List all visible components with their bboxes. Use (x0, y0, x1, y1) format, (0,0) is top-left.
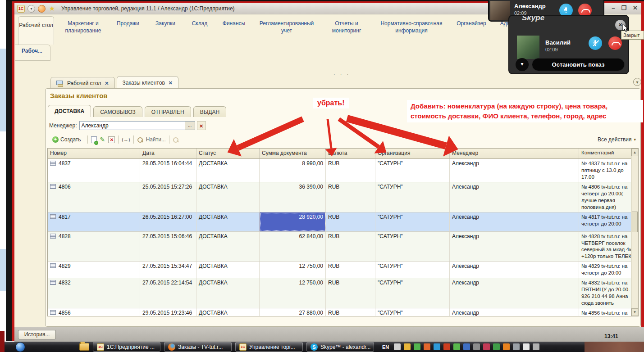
cell-date[interactable]: 27.05.2015 15:34:47 (140, 262, 196, 278)
copy-item-icon[interactable] (91, 136, 97, 143)
cell-comment[interactable]: № 4856 tv-tut.ru: на субботу до 18.00 АБ… (579, 308, 638, 316)
tab-desktop[interactable]: Рабочий стол ✕ (50, 77, 115, 89)
stop-sharing-button[interactable]: Остановить показ (532, 58, 625, 71)
favorites-star-icon[interactable]: ★ (48, 5, 56, 13)
mute-button-muted[interactable] (589, 36, 602, 50)
tray-icon[interactable] (414, 343, 420, 350)
cell-sum[interactable]: 12 750,00 (260, 278, 326, 308)
table-row[interactable]: 482927.05.2015 15:34:47ДОСТАВКА12 750,00… (48, 262, 638, 278)
cell-cur[interactable]: RUB (326, 262, 375, 278)
cell-org[interactable]: "САТУРН" (375, 232, 450, 262)
cell-comment[interactable]: № 4832 tv-tut.ru: на ПЯТНИЦУ до 20.00. 8… (579, 278, 638, 308)
close-tab-icon[interactable]: ✕ (105, 81, 109, 86)
cell-mgr[interactable]: Александр (450, 212, 579, 231)
tray-icon[interactable] (493, 343, 500, 350)
cell-status[interactable]: ДОСТАВКА (196, 278, 260, 308)
edit-icon[interactable]: ✎ (100, 136, 105, 143)
table-row[interactable]: 481726.05.2015 16:27:00ДОСТАВКА28 920,00… (48, 212, 638, 232)
cell-cur[interactable]: RUB (326, 182, 375, 212)
cell-sum[interactable]: 36 390,00 (260, 182, 326, 212)
taskbar-app-firefox[interactable]: Заказы - TV-tut.r... (164, 342, 232, 352)
taskbar-app-1c-trade[interactable]: 1С Управление торг... (235, 342, 303, 352)
tray-icon[interactable] (533, 343, 539, 350)
cell-mgr[interactable]: Александр (450, 278, 579, 308)
cell-sum[interactable]: 28 920,00 (260, 212, 326, 231)
taskbar-app-1c[interactable]: 1С 1С:Предприятие ... (93, 342, 160, 352)
column-header[interactable]: Дата (140, 149, 196, 158)
cell-date[interactable]: 25.05.2015 15:27:26 (140, 182, 196, 212)
cell-org[interactable]: "САТУРН" (375, 159, 450, 182)
close-tab-icon[interactable]: ✕ (169, 80, 173, 86)
taskbar-app-skype[interactable]: S Skype™ - alexandr... (306, 342, 374, 352)
tray-icon[interactable] (513, 343, 520, 350)
scroll-down-icon[interactable]: ▼ (631, 308, 638, 316)
section-tab[interactable]: Маркетинг и планирование (59, 20, 107, 34)
table-row[interactable]: 482827.05.2015 15:06:46ДОСТАВКА62 840,00… (48, 232, 638, 262)
all-actions-button[interactable]: Все действия ▾ (598, 136, 636, 143)
cell-num[interactable]: 4837 (48, 159, 140, 182)
cell-org[interactable]: "САТУРН" (375, 308, 450, 316)
cell-num[interactable]: 4829 (48, 262, 140, 278)
section-tab[interactable]: Продажи (112, 20, 144, 34)
cell-comment[interactable]: № 4806 tv-tut.ru: на четверг до 20.00( л… (579, 182, 638, 212)
vertical-scrollbar[interactable]: ▲ ▼ (631, 149, 638, 316)
search-icon[interactable] (137, 137, 143, 143)
cell-org[interactable]: "САТУРН" (375, 182, 450, 212)
column-header[interactable]: Менеджер (450, 149, 579, 158)
column-header[interactable]: Комментарий (579, 149, 638, 158)
restore-button[interactable]: ❐ (621, 5, 626, 11)
find-button[interactable]: Найти... (146, 136, 166, 143)
cell-date[interactable]: 29.05.2015 19:23:46 (140, 308, 196, 316)
cell-date[interactable]: 27.05.2015 15:06:46 (140, 232, 196, 262)
explorer-icon[interactable] (79, 343, 89, 351)
cell-status[interactable]: ДОСТАВКА (196, 308, 260, 316)
cell-cur[interactable]: RUB (326, 308, 375, 316)
table-row[interactable]: 483728.05.2015 16:04:44ДОСТАВКА8 990,00R… (48, 159, 638, 182)
manager-clear-button[interactable]: ✕ (197, 121, 206, 130)
tray-icon[interactable] (404, 343, 411, 350)
tray-icon[interactable] (463, 343, 470, 350)
language-indicator[interactable]: EN (382, 344, 389, 350)
cell-num[interactable]: 4828 (48, 232, 140, 262)
tab-list-button[interactable]: ▾ (633, 78, 641, 86)
hangup-button[interactable] (608, 36, 622, 50)
view-tab-sent[interactable]: ОТПРАВЛЕН (145, 106, 191, 117)
cell-comment[interactable]: № 4828 tv-tut.ru: на ЧЕТВЕРГ поселок сев… (579, 232, 638, 262)
tray-icon[interactable] (503, 343, 510, 350)
cell-cur[interactable]: RUB (326, 159, 375, 182)
cell-date[interactable]: 27.05.2015 22:14:54 (140, 278, 196, 308)
cell-cur[interactable]: RUB (326, 212, 375, 231)
cell-num[interactable]: 4856 (48, 308, 140, 316)
cell-comment[interactable]: № 4829 tv-tut.ru: на четверг до 20:00 (579, 262, 638, 278)
cell-mgr[interactable]: Александр (450, 159, 579, 182)
cell-mgr[interactable]: Александр (450, 262, 579, 278)
cell-date[interactable]: 26.05.2015 16:27:00 (140, 212, 196, 231)
cell-sum[interactable]: 27 880,00 (260, 308, 326, 316)
cell-sum[interactable]: 12 750,00 (260, 262, 326, 278)
table-row[interactable]: 485629.05.2015 19:23:46ДОСТАВКА27 880,00… (48, 308, 638, 316)
tray-icon[interactable] (453, 343, 460, 350)
section-tab[interactable]: Закупки (149, 20, 182, 34)
column-header[interactable]: Сумма документа (260, 149, 326, 158)
cell-mgr[interactable]: Александр (450, 232, 579, 262)
splitter-handle[interactable]: · · · (333, 72, 350, 77)
clear-search-icon[interactable] (173, 137, 178, 143)
cell-comment[interactable]: № 4817 tv-tut.ru: на четверг до 20:00 (579, 212, 638, 231)
view-tab-pickup[interactable]: САМОВЫВОЗ (93, 106, 142, 117)
tray-icon[interactable] (394, 343, 401, 350)
cell-org[interactable]: "САТУРН" (375, 278, 450, 308)
section-tab-desktop[interactable]: Рабочий стол (18, 16, 54, 45)
section-tab[interactable]: Органайзер (453, 20, 490, 34)
section-tab[interactable]: Склад (187, 20, 213, 34)
tray-icon[interactable] (483, 343, 490, 350)
section-tab[interactable]: Финансы (218, 20, 250, 34)
main-menu-button[interactable]: ▾ (27, 5, 35, 13)
section-tab[interactable]: Отчеты и мониторинг (323, 20, 370, 34)
scroll-up-icon[interactable]: ▲ (631, 149, 638, 156)
section-tab[interactable]: Регламентированный учет (255, 20, 318, 34)
cell-cur[interactable]: RUB (326, 278, 375, 308)
service-button[interactable] (38, 5, 46, 13)
cell-status[interactable]: ДОСТАВКА (196, 159, 260, 182)
scrollbar-thumb[interactable] (632, 212, 638, 232)
cell-date[interactable]: 28.05.2015 16:04:44 (140, 159, 196, 182)
